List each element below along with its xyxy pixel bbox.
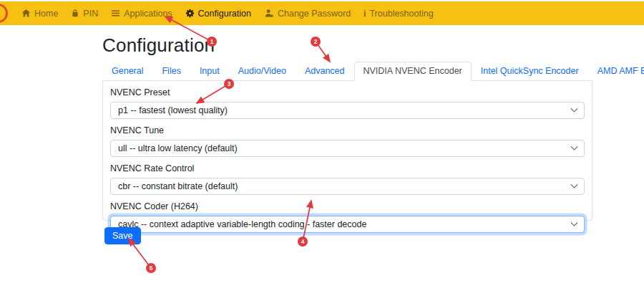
nav-item-label: PIN — [83, 9, 98, 19]
tab-intel-quicksync-encoder[interactable]: Intel QuickSync Encoder — [472, 62, 588, 80]
nav-item-change-password[interactable]: Change Password — [264, 9, 351, 19]
selected-value: ull -- ultra low latency (default) — [118, 143, 238, 153]
nav-item-label: Configuration — [198, 9, 251, 19]
nav-item-label: Troubleshooting — [369, 9, 433, 19]
tab-files[interactable]: Files — [152, 62, 190, 80]
chevron-down-icon — [571, 143, 578, 150]
chevron-down-icon — [571, 181, 578, 188]
nav-item-label: Home — [34, 9, 58, 19]
nvenc-coder-select[interactable]: cavlc -- context adaptive variable-lengt… — [110, 216, 585, 233]
tab-input[interactable]: Input — [190, 62, 229, 80]
tab-audio-video[interactable]: Audio/Video — [229, 62, 296, 80]
app-screen: Home PIN Applications Configuration Chan — [0, 0, 644, 296]
nav-item-troubleshooting[interactable]: i Troubleshooting — [364, 9, 434, 19]
nav-item-home[interactable]: Home — [21, 9, 58, 19]
person-icon — [264, 9, 274, 18]
encoder-settings-panel: NVENC Preset p1 -- fastest (lowest quali… — [102, 80, 592, 221]
tab-nvidia-nvenc-encoder[interactable]: NVIDIA NVENC Encoder — [354, 62, 472, 81]
chevron-down-icon — [571, 105, 578, 112]
nav-item-label: Change Password — [278, 9, 351, 19]
nvenc-tune-label: NVENC Tune — [110, 125, 585, 135]
nav-item-configuration[interactable]: Configuration — [185, 9, 251, 19]
navbar: Home PIN Applications Configuration Chan — [0, 1, 644, 25]
selected-value: p1 -- fastest (lowest quality) — [118, 105, 228, 115]
save-button[interactable]: Save — [104, 227, 141, 244]
tab-advanced[interactable]: Advanced — [296, 62, 354, 80]
page-title: Configuration — [102, 34, 215, 57]
annotation-badge-4: 4 — [298, 237, 308, 247]
gear-icon — [185, 9, 195, 18]
info-icon: i — [364, 9, 366, 18]
menu-icon — [111, 9, 120, 18]
lock-icon — [71, 9, 79, 18]
nvenc-rate-control-select[interactable]: cbr -- constant bitrate (default) — [110, 178, 585, 195]
selected-value: cbr -- constant bitrate (default) — [118, 181, 238, 191]
app-logo — [0, 4, 8, 23]
selected-value: cavlc -- context adaptive variable-lengt… — [118, 219, 366, 229]
home-icon — [21, 9, 31, 18]
nvenc-preset-label: NVENC Preset — [110, 87, 585, 97]
tab-bar: General Files Input Audio/Video Advanced… — [102, 62, 592, 81]
nvenc-coder-label: NVENC Coder (H264) — [110, 201, 585, 211]
tab-general[interactable]: General — [102, 62, 152, 80]
nvenc-tune-select[interactable]: ull -- ultra low latency (default) — [110, 140, 585, 157]
nvenc-rate-control-label: NVENC Rate Control — [110, 163, 585, 173]
annotation-badge-2: 2 — [311, 37, 321, 47]
tab-amd-amf-encoder[interactable]: AMD AMF Encoder — [588, 62, 644, 80]
nav-item-pin[interactable]: PIN — [71, 9, 98, 19]
chevron-down-icon — [571, 219, 578, 226]
annotation-badge-5: 5 — [146, 263, 156, 273]
nvenc-preset-select[interactable]: p1 -- fastest (lowest quality) — [110, 102, 585, 119]
nav-item-applications[interactable]: Applications — [111, 9, 172, 19]
nav-item-label: Applications — [124, 9, 172, 19]
